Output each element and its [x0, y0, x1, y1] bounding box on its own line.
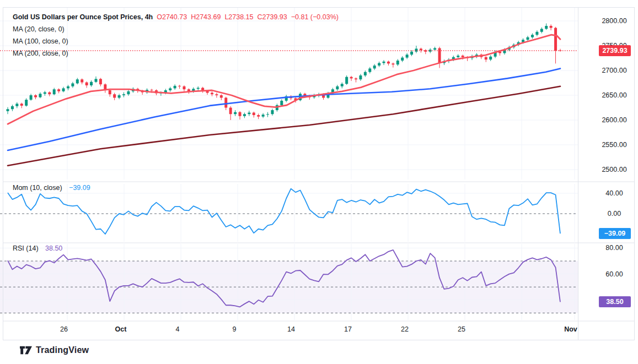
momentum-legend-label: Mom (10, close): [13, 184, 62, 192]
price-tick-label: 2700.00: [593, 66, 635, 75]
time-tick-label: 22: [401, 325, 409, 333]
time-tick-label: 26: [60, 325, 68, 333]
ohlc-value: C2739.93: [258, 13, 287, 21]
rsi-legend-label: RSI (14): [13, 245, 39, 252]
price-tick-label: 2550.00: [593, 140, 635, 150]
main-series-legend[interactable]: Gold US Dollars per Ounce Spot Prices, 4…: [13, 11, 339, 59]
momentum-legend-value: −39.09: [69, 184, 90, 192]
rsi-legend[interactable]: RSI (14) 38.50: [13, 245, 62, 252]
time-tick-label: 4: [176, 325, 180, 333]
price-tick-label: 2650.00: [593, 90, 635, 100]
momentum-tick-label: 0.00: [593, 209, 635, 219]
rsi-tick-label: 80.00: [593, 243, 635, 253]
ohlc-value: O2740.73: [157, 13, 187, 21]
ohlc-value: −0.81 (−0.03%): [291, 13, 339, 21]
time-tick-label: 25: [458, 325, 465, 333]
tradingview-logo-text: TradingView: [36, 345, 89, 355]
momentum-value-badge: −39.09: [599, 228, 631, 239]
tradingview-logo[interactable]: TradingView: [20, 345, 89, 356]
momentum-tick-label: 40.00: [593, 188, 635, 198]
tradingview-logo-icon: [20, 345, 32, 356]
price-tick-label: 2500.00: [593, 165, 635, 175]
legend-ma200-row[interactable]: MA (200, close, 0): [13, 47, 339, 59]
symbol-title: Gold US Dollars per Ounce Spot Prices, 4…: [13, 13, 153, 21]
time-tick-label: 17: [344, 325, 352, 333]
ohlc-value: H2743.69: [191, 13, 221, 21]
rsi-tick-label: 60.00: [593, 269, 635, 279]
legend-title-row[interactable]: Gold US Dollars per Ounce Spot Prices, 4…: [13, 11, 339, 23]
rsi-legend-value: 38.50: [45, 245, 62, 252]
rsi-value-badge: 38.50: [599, 296, 631, 307]
price-tick-label: 2600.00: [593, 115, 635, 125]
ohlc-values: O2740.73H2743.69L2738.15C2739.93−0.81 (−…: [153, 13, 339, 21]
last-price-badge: 2739.93: [599, 45, 631, 56]
ohlc-value: L2738.15: [224, 13, 253, 21]
price-tick-label: 2800.00: [593, 16, 635, 26]
time-tick-label: Oct: [115, 325, 127, 333]
momentum-legend[interactable]: Mom (10, close) −39.09: [13, 184, 90, 192]
time-tick-label: 14: [287, 325, 295, 333]
legend-ma20-row[interactable]: MA (20, close, 0): [13, 23, 339, 35]
chart-window: Gold US Dollars per Ounce Spot Prices, 4…: [0, 0, 638, 364]
legend-ma100-row[interactable]: MA (100, close, 0): [13, 35, 339, 47]
time-tick-label: Nov: [564, 325, 577, 333]
time-tick-label: 9: [233, 325, 237, 333]
